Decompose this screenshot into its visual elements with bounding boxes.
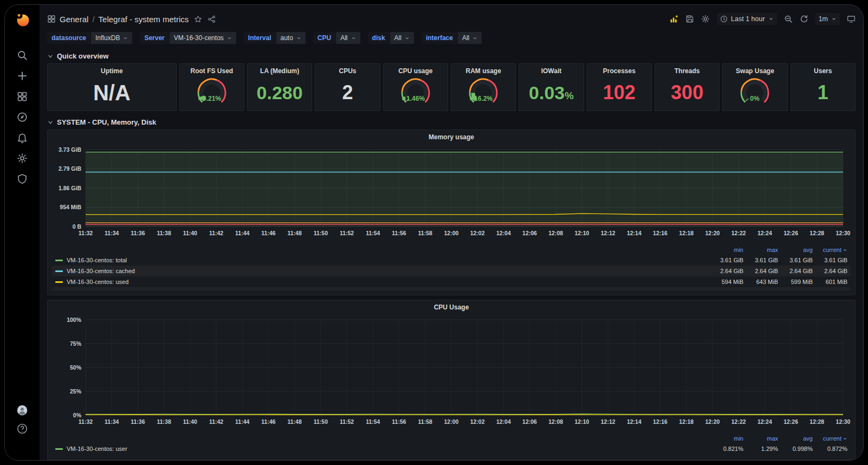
- x-axis-label: 12:10: [575, 418, 590, 425]
- dashboard-grid-icon[interactable]: [47, 15, 56, 23]
- variable-datasource: datasourceInfluxDB: [47, 32, 132, 44]
- server-admin-icon[interactable]: [17, 173, 28, 184]
- cpu-usage-plot[interactable]: 0%25%50%75%100%11:3211:3411:3611:3811:40…: [52, 314, 852, 429]
- variable-label: Interval: [244, 32, 276, 44]
- configuration-icon[interactable]: [17, 153, 28, 164]
- memory-usage-legend: minmaxavgcurrentVM-16-30-centos: total3.…: [52, 245, 851, 290]
- x-axis-label: 11:56: [392, 230, 406, 236]
- chevron-down-icon: [831, 16, 837, 22]
- x-axis-label: 12:16: [653, 418, 668, 425]
- stat-title[interactable]: CPU usage: [384, 67, 448, 75]
- chevron-down-icon: [843, 247, 847, 252]
- share-icon[interactable]: [208, 15, 216, 23]
- variable-value-dropdown[interactable]: InfluxDB: [91, 32, 132, 44]
- dashboard-variables: datasourceInfluxDBServerVM-16-30-centosI…: [40, 30, 863, 49]
- legend-column-avg[interactable]: avg: [778, 247, 813, 253]
- stat-title[interactable]: Uptime: [48, 67, 176, 75]
- chevron-down-icon: [405, 36, 410, 41]
- stat-panel-processes: Processes102: [587, 63, 652, 111]
- legend-value: 2.64 GiB: [709, 268, 743, 274]
- gauge: 16.2%: [457, 78, 509, 108]
- create-icon[interactable]: [17, 70, 28, 81]
- variable-value: All: [462, 34, 469, 42]
- help-icon[interactable]: [17, 423, 28, 434]
- variable-value-dropdown[interactable]: All: [390, 32, 414, 44]
- refresh-interval-picker[interactable]: 1m: [815, 13, 840, 25]
- series-name[interactable]: VM-16-30-centos: user: [67, 445, 127, 452]
- chevron-down-icon: [351, 36, 356, 41]
- stat-title[interactable]: IOWait: [519, 67, 583, 75]
- panel-title[interactable]: CPU Usage: [52, 303, 851, 314]
- star-icon[interactable]: [194, 15, 202, 23]
- legend-value: 599 MiB: [778, 279, 813, 285]
- panel-title[interactable]: Memory usage: [52, 133, 851, 144]
- series-name[interactable]: VM-16-30-centos: total: [67, 257, 127, 263]
- stat-body: 102: [587, 75, 651, 111]
- x-axis-label: 12:26: [783, 418, 798, 425]
- stat-body: 0%: [723, 75, 787, 111]
- series-name[interactable]: VM-16-30-centos: used: [67, 279, 128, 285]
- dashboard-settings-icon[interactable]: [701, 15, 710, 23]
- alerting-icon[interactable]: [17, 132, 28, 143]
- x-axis-label: 11:48: [288, 230, 302, 236]
- stat-body: 300: [655, 75, 719, 111]
- legend-column-current[interactable]: current: [813, 435, 847, 442]
- stat-body: 0.280: [248, 75, 312, 111]
- explore-icon[interactable]: [17, 112, 28, 122]
- variable-value-dropdown[interactable]: auto: [276, 32, 306, 44]
- stat-value-suffix: %: [565, 90, 574, 101]
- series-color-dash[interactable]: [55, 281, 63, 283]
- x-axis-label: 12:00: [444, 230, 458, 236]
- time-range-picker[interactable]: Last 1 hour: [717, 13, 777, 25]
- tv-mode-icon[interactable]: [847, 15, 856, 23]
- stat-title[interactable]: Threads: [655, 67, 719, 75]
- legend-column-avg[interactable]: avg: [778, 435, 813, 442]
- legend-column-current[interactable]: current: [813, 247, 847, 253]
- x-axis-label: 11:32: [79, 418, 93, 425]
- user-avatar-icon[interactable]: [17, 405, 28, 416]
- stat-title[interactable]: Users: [791, 67, 855, 75]
- legend-header: minmaxavgcurrent: [52, 434, 851, 443]
- gauge: 0%: [729, 78, 781, 108]
- x-axis-label: 12:14: [627, 418, 642, 425]
- refresh-icon[interactable]: [800, 15, 808, 23]
- section-quick-overview[interactable]: Quick overview: [47, 49, 856, 63]
- add-panel-icon[interactable]: [670, 15, 678, 23]
- stat-title[interactable]: RAM usage: [451, 67, 515, 75]
- series-color-dash[interactable]: [55, 448, 63, 450]
- dashboards-icon[interactable]: [17, 91, 28, 102]
- section-system[interactable]: SYSTEM - CPU, Memory, Disk: [47, 115, 856, 130]
- legend-column-max[interactable]: max: [743, 247, 778, 253]
- series-color-dash[interactable]: [55, 270, 63, 272]
- series-name[interactable]: VM-16-30-centos: buffered: [67, 289, 138, 290]
- breadcrumb-title[interactable]: Telegraf - system metrics: [99, 15, 189, 24]
- cpu-usage-legend-table: minmaxavgcurrentVM-16-30-centos: user0.8…: [52, 434, 851, 454]
- variable-value-dropdown[interactable]: All: [458, 32, 482, 44]
- legend-column-min[interactable]: min: [709, 247, 743, 253]
- series-color-dash[interactable]: [55, 260, 63, 261]
- app-window: General / Telegraf - system metrics Last…: [4, 4, 864, 461]
- stat-title[interactable]: Processes: [587, 67, 651, 75]
- legend-column-min[interactable]: min: [709, 435, 743, 442]
- x-axis-label: 11:46: [261, 418, 275, 425]
- stat-title[interactable]: CPUs: [315, 67, 379, 75]
- legend-column-max[interactable]: max: [743, 435, 778, 442]
- stat-title[interactable]: Swap Usage: [723, 67, 787, 75]
- variable-value-dropdown[interactable]: VM-16-30-centos: [170, 32, 236, 44]
- gauge-value: 0%: [750, 95, 760, 102]
- memory-usage-plot[interactable]: 0 B954 MiB1.86 GiB2.79 GiB3.73 GiB11:321…: [52, 144, 852, 241]
- zoom-out-icon[interactable]: [784, 15, 793, 23]
- chevron-down-icon: [123, 36, 128, 41]
- breadcrumb-folder[interactable]: General: [60, 15, 88, 24]
- grafana-logo-icon[interactable]: [15, 12, 30, 27]
- memory-usage-panel: Memory usage 0 B954 MiB1.86 GiB2.79 GiB3…: [47, 130, 856, 295]
- legend-series: VM-16-30-centos: used: [55, 279, 709, 285]
- stat-title[interactable]: Root FS Used: [180, 67, 244, 75]
- save-dashboard-icon[interactable]: [685, 15, 694, 23]
- series-name[interactable]: VM-16-30-centos: cached: [67, 268, 135, 274]
- search-icon[interactable]: [17, 50, 28, 61]
- stat-title[interactable]: LA (Medium): [248, 67, 312, 75]
- x-axis-label: 11:50: [314, 230, 328, 236]
- stat-value: 102: [603, 83, 636, 102]
- variable-value-dropdown[interactable]: All: [336, 32, 360, 44]
